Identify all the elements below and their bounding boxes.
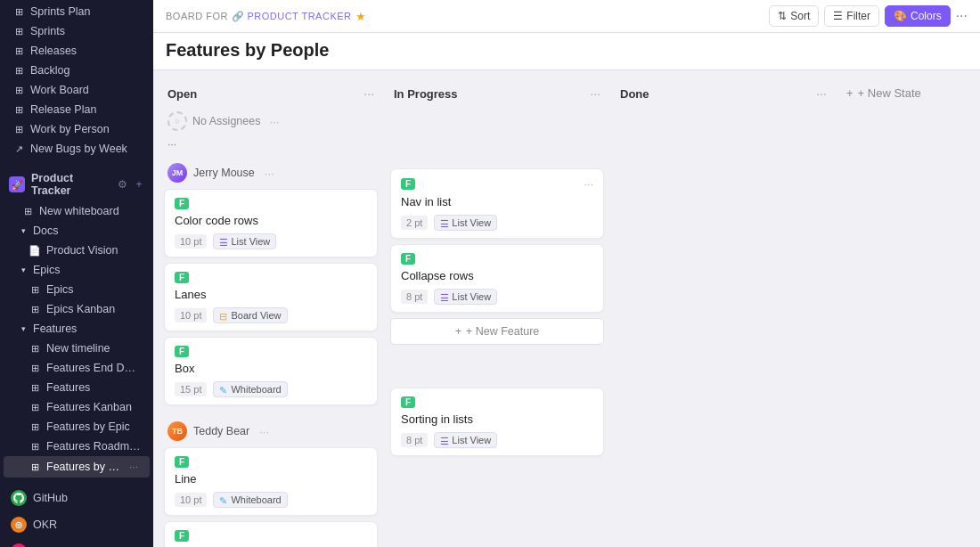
sidebar-item-new-bugs[interactable]: ↗ New Bugs by Week (4, 139, 150, 159)
card-color-code-rows[interactable]: F Color code rows 10 pt ☰ List View (164, 189, 378, 257)
sidebar-item-product-vision[interactable]: 📄 Product Vision (4, 241, 150, 260)
sidebar-item-features-end-dates[interactable]: ⊞ Features End Dates (4, 358, 150, 378)
sidebar-item-features-by-epic[interactable]: ⊞ Features by Epic (4, 417, 150, 437)
card-top: F (401, 253, 593, 265)
sidebar: ⊞ Sprints Plan ⊞ Sprints ⊞ Releases ⊞ Ba… (0, 0, 153, 547)
sidebar-item-backlog[interactable]: ⊞ Backlog (4, 61, 150, 80)
card-badge: F (401, 396, 415, 408)
new-feature-label: + New Feature (466, 325, 539, 338)
sidebar-item-sprints-plan[interactable]: ⊞ Sprints Plan (4, 2, 150, 21)
column-in-progress: In Progress ··· F ··· Nav in list 2 pt (390, 81, 604, 467)
sidebar-item-label: Epics (46, 283, 141, 296)
card-points: 8 pt (401, 290, 428, 304)
sidebar-item-features-by-people[interactable]: ⊞ Features by Peo... ··· (4, 456, 150, 478)
sidebar-item-work-by-person[interactable]: ⊞ Work by Person (4, 119, 150, 139)
grid-icon: ⊞ (12, 103, 25, 116)
sidebar-item-features-list[interactable]: ⊞ Features (4, 378, 150, 397)
github-icon (11, 490, 27, 506)
sidebar-item-epics-list[interactable]: ⊞ Epics (4, 280, 150, 299)
sidebar-item-label: Product Vision (46, 244, 141, 257)
sidebar-product-tracker[interactable]: 🚀 Product Tracker ⚙ + (0, 167, 153, 201)
card-box-jerry[interactable]: F Box 15 pt ✎ Whiteboard (164, 337, 378, 405)
list-icon: ☰ (440, 436, 449, 445)
sidebar-item-label: Features Roadmap (46, 440, 141, 453)
card-points: 8 pt (401, 433, 428, 447)
sidebar-item-epics-group[interactable]: ▾ Epics (4, 260, 150, 280)
person-group-jerry-inprogress: F ··· Nav in list 2 pt ☰ List View F (390, 136, 604, 350)
sidebar-item-label: Epics (33, 264, 141, 276)
jerry-more-button[interactable]: ··· (265, 167, 274, 180)
teddy-more-button[interactable]: ··· (259, 425, 269, 438)
topbar: BOARD FOR 🔗 PRODUCT TRACKER ★ ⇅ Sort ☰ F… (153, 0, 980, 33)
grid-icon: ⊞ (29, 283, 41, 296)
card-meta: 10 pt ⊟ Board View (175, 307, 367, 323)
workspace-item-github[interactable]: GitHub (4, 486, 150, 510)
sidebar-item-release-plan[interactable]: ⊞ Release Plan (4, 100, 150, 119)
card-title: Lanes (175, 288, 367, 301)
sidebar-item-label: Docs (33, 225, 141, 237)
product-tracker-settings-button[interactable]: ⚙ (115, 177, 129, 192)
workspace-item-people[interactable]: 👤 People (4, 539, 150, 547)
sidebar-item-epics-kanban[interactable]: ⊞ Epics Kanban (4, 299, 150, 319)
sort-button[interactable]: ⇅ Sort (769, 5, 819, 27)
grid-icon: ⊞ (29, 440, 41, 453)
sidebar-item-docs[interactable]: ▾ Docs (4, 221, 150, 241)
plus-icon: + (455, 325, 461, 338)
star-icon[interactable]: ★ (355, 10, 367, 23)
features-by-people-more-button[interactable]: ··· (127, 460, 141, 474)
card-view-badge: ⊟ Board View (213, 307, 287, 323)
sidebar-item-label: Features by Epic (46, 420, 141, 433)
card-collapse-rows[interactable]: F Collapse rows 8 pt ☰ List View (390, 244, 604, 313)
card-nav-in-list[interactable]: F ··· Nav in list 2 pt ☰ List View (390, 168, 604, 239)
sidebar-item-features-group[interactable]: ▾ Features (4, 319, 150, 339)
sidebar-top-nav: ⊞ Sprints Plan ⊞ Sprints ⊞ Releases ⊞ Ba… (0, 0, 153, 160)
workspace-item-okr[interactable]: ◎ OKR (4, 512, 150, 537)
card-top: F (175, 198, 367, 209)
sidebar-item-sprints[interactable]: ⊞ Sprints (4, 21, 150, 41)
more-cards-indicator[interactable]: ··· (164, 136, 378, 152)
column-in-progress-more-button[interactable]: ··· (590, 86, 600, 101)
teddy-header: TB Teddy Bear ··· (164, 416, 378, 447)
card-badge: F (175, 272, 189, 283)
card-line[interactable]: F Line 10 pt ✎ Whiteboard (164, 447, 378, 516)
no-assignees-more-button[interactable]: ··· (269, 115, 279, 128)
column-open-more-button[interactable]: ··· (363, 86, 374, 101)
no-assignee-icon: ○ (167, 111, 187, 131)
view-label: List View (452, 291, 491, 302)
card-badge: F (175, 346, 189, 357)
product-tracker-link[interactable]: 🔗 PRODUCT TRACKER (232, 11, 352, 22)
grid-icon: ⊞ (29, 420, 41, 433)
sidebar-item-features-kanban[interactable]: ⊞ Features Kanban (4, 397, 150, 417)
card-lanes[interactable]: F Lanes 10 pt ⊟ Board View (164, 263, 378, 331)
new-feature-button[interactable]: + + New Feature (390, 318, 604, 345)
card-view-badge: ✎ Whiteboard (213, 381, 287, 397)
sidebar-item-label: New Bugs by Week (30, 143, 141, 155)
sidebar-item-releases[interactable]: ⊞ Releases (4, 41, 150, 61)
card-title: Box (175, 362, 367, 375)
sort-icon: ⇅ (778, 10, 787, 22)
list-icon: ☰ (440, 218, 449, 227)
column-in-progress-header: In Progress ··· (390, 81, 604, 108)
topbar-more-button[interactable]: ··· (956, 8, 968, 24)
product-tracker-add-button[interactable]: + (132, 177, 146, 192)
card-box-teddy[interactable]: F Box 15 pt ✎ Whiteboard (164, 521, 378, 547)
board-icon: ⊟ (219, 311, 228, 320)
sidebar-item-label: Work Board (30, 84, 141, 96)
sidebar-item-features-roadmap[interactable]: ⊞ Features Roadmap (4, 437, 150, 456)
sidebar-item-new-timeline[interactable]: ⊞ New timeline (4, 339, 150, 358)
card-sorting-in-lists[interactable]: F Sorting in lists 8 pt ☰ List View (390, 388, 604, 456)
product-tracker-actions: ⚙ + (115, 177, 146, 192)
colors-button[interactable]: 🎨 Colors (885, 5, 951, 27)
list-icon: ☰ (440, 292, 449, 301)
product-tracker-icon: 🚀 (9, 176, 25, 192)
card-view-badge: ☰ List View (434, 289, 497, 305)
column-done-more-button[interactable]: ··· (816, 86, 827, 101)
sidebar-item-work-board[interactable]: ⊞ Work Board (4, 80, 150, 100)
sidebar-item-label: New timeline (46, 342, 141, 355)
card-points: 15 pt (175, 382, 207, 396)
view-label: List View (452, 217, 491, 228)
sidebar-item-new-whiteboard[interactable]: ⊞ New whiteboard (4, 201, 150, 221)
filter-button[interactable]: ☰ Filter (824, 5, 879, 27)
card-more-button[interactable]: ··· (584, 177, 593, 191)
new-state-button[interactable]: + + New State (843, 81, 925, 107)
